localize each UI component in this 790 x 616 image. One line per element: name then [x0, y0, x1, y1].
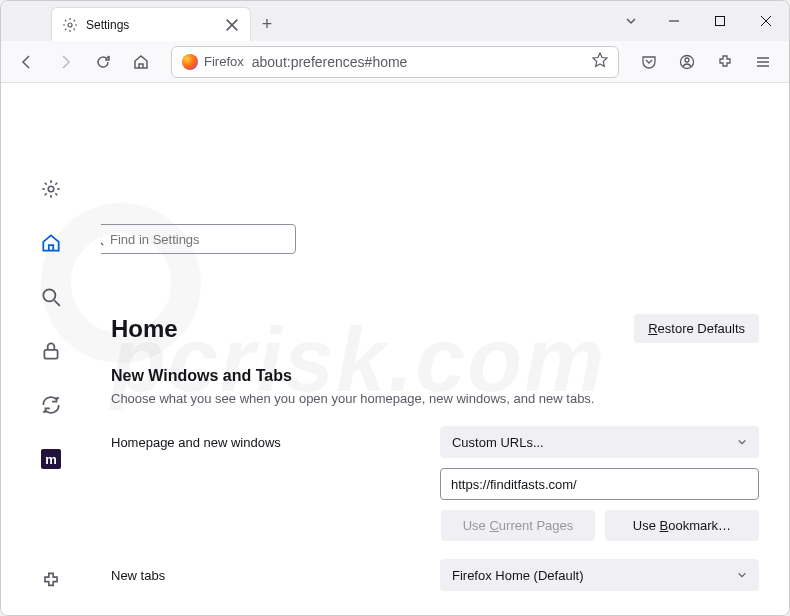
main-panel: pcrisk.com Home Restore Defaults New Win…: [101, 83, 789, 616]
newtabs-dropdown[interactable]: Firefox Home (Default): [440, 559, 759, 591]
homepage-dropdown[interactable]: Custom URLs...: [440, 426, 759, 458]
home-button[interactable]: [125, 46, 157, 78]
account-button[interactable]: [671, 46, 703, 78]
menu-button[interactable]: [747, 46, 779, 78]
sidebar-item-more[interactable]: m: [35, 443, 67, 475]
homepage-dropdown-value: Custom URLs...: [452, 435, 544, 450]
use-bookmark-button[interactable]: Use Bookmark…: [605, 510, 759, 541]
window-close-button[interactable]: [743, 1, 789, 41]
sidebar-item-general[interactable]: [35, 173, 67, 205]
use-current-pages-button[interactable]: Use Current Pages: [441, 510, 595, 541]
pocket-button[interactable]: [633, 46, 665, 78]
close-icon[interactable]: [224, 17, 240, 33]
toolbar: Firefox about:preferences#home: [1, 41, 789, 83]
settings-search[interactable]: [101, 224, 296, 254]
chevron-down-icon: [737, 568, 747, 583]
sidebar-item-extensions[interactable]: [35, 565, 67, 597]
sidebar-item-sync[interactable]: [35, 389, 67, 421]
titlebar: Settings +: [1, 1, 789, 41]
homepage-label: Homepage and new windows: [111, 435, 420, 450]
svg-rect-1: [716, 17, 725, 26]
section-new-windows-desc: Choose what you see when you open your h…: [111, 391, 759, 406]
restore-defaults-button[interactable]: Restore Defaults: [634, 314, 759, 343]
maximize-button[interactable]: [697, 1, 743, 41]
browser-window: Settings + Firefox about:preferences#hom…: [0, 0, 790, 616]
sidebar-item-privacy[interactable]: [35, 335, 67, 367]
homepage-url-input[interactable]: [440, 468, 759, 500]
firefox-icon: [182, 54, 198, 70]
content-area: m pcrisk.com Home Restore Defaults New W…: [1, 83, 789, 616]
forward-button[interactable]: [49, 46, 81, 78]
identity-label: Firefox: [204, 54, 244, 69]
extensions-button[interactable]: [709, 46, 741, 78]
url-text: about:preferences#home: [252, 54, 584, 70]
search-icon: [101, 232, 104, 246]
bookmark-star-icon[interactable]: [592, 52, 608, 72]
sidebar: m: [1, 83, 101, 616]
svg-point-3: [685, 58, 689, 62]
chevron-down-icon: [737, 435, 747, 450]
reload-button[interactable]: [87, 46, 119, 78]
page-title: Home: [111, 315, 178, 343]
svg-point-0: [68, 23, 72, 27]
mozilla-icon: m: [41, 449, 61, 469]
identity-box[interactable]: Firefox: [182, 54, 244, 70]
gear-icon: [62, 17, 78, 33]
sidebar-item-search[interactable]: [35, 281, 67, 313]
newtabs-dropdown-value: Firefox Home (Default): [452, 568, 583, 583]
url-bar[interactable]: Firefox about:preferences#home: [171, 46, 619, 78]
minimize-button[interactable]: [651, 1, 697, 41]
tab-overflow-button[interactable]: [611, 1, 651, 41]
tab-label: Settings: [86, 18, 216, 32]
new-tab-button[interactable]: +: [251, 7, 283, 41]
window-controls: [651, 1, 789, 41]
section-new-windows-title: New Windows and Tabs: [111, 367, 759, 385]
tab-settings[interactable]: Settings: [51, 7, 251, 41]
svg-point-4: [48, 186, 54, 192]
svg-point-5: [43, 289, 55, 301]
newtabs-label: New tabs: [111, 568, 420, 583]
settings-search-input[interactable]: [110, 232, 287, 247]
back-button[interactable]: [11, 46, 43, 78]
svg-rect-6: [44, 350, 57, 359]
sidebar-item-home[interactable]: [35, 227, 67, 259]
